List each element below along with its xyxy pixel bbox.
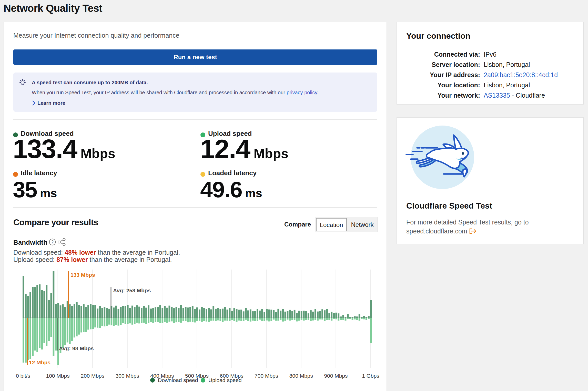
svg-text:12 Mbps: 12 Mbps — [29, 359, 50, 365]
svg-text:Avg: 98 Mbps: Avg: 98 Mbps — [59, 345, 94, 351]
svg-text:200 Mbps: 200 Mbps — [81, 373, 104, 379]
svg-text:0 bit/s: 0 bit/s — [16, 373, 30, 379]
svg-text:Download speed: Download speed — [158, 377, 198, 383]
svg-text:?: ? — [51, 240, 54, 244]
svg-text:300 Mbps: 300 Mbps — [116, 373, 139, 379]
svg-text:700 Mbps: 700 Mbps — [255, 373, 278, 379]
svg-text:1 Gbps: 1 Gbps — [362, 373, 379, 379]
svg-text:900 Mbps: 900 Mbps — [324, 373, 348, 379]
svg-text:800 Mbps: 800 Mbps — [289, 373, 313, 379]
svg-text:Upload speed: Upload speed — [208, 377, 242, 383]
svg-text:133 Mbps: 133 Mbps — [70, 272, 95, 278]
svg-text:100 Mbps: 100 Mbps — [46, 373, 69, 379]
svg-text:Avg: 258 Mbps: Avg: 258 Mbps — [113, 287, 151, 293]
